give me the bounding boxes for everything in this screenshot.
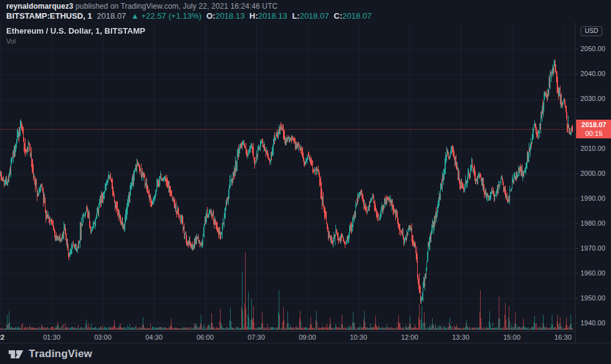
low-label: L: [292, 11, 299, 21]
open-label: O: [206, 11, 215, 21]
price-change: +22.57 (+1.13%) [141, 11, 201, 21]
header: reynaldomarquez3 published on TradingVie… [0, 0, 611, 22]
open-value: 2018.13 [215, 11, 244, 21]
tradingview-logo-icon [8, 347, 24, 362]
price-axis-label: 2040.00 [580, 70, 605, 77]
last-price-tag-value: 2018.07 [576, 120, 611, 129]
footer: TradingView [0, 343, 611, 364]
high-label: H: [249, 11, 258, 21]
price-axis-label: 2010.00 [580, 145, 605, 152]
chart-area: Ethereum / U.S. Dollar, 1, BITSTAMP Vol … [0, 22, 611, 343]
price-axis[interactable]: USD 2018.07 00:15 2050.002040.002030.002… [575, 22, 611, 343]
close-value: 2018.07 [342, 11, 372, 21]
time-axis-label: 10:30 [350, 333, 367, 341]
price-axis-label: 1960.00 [580, 269, 605, 277]
price-axis-label: 1990.00 [580, 194, 605, 202]
currency-badge: USD [580, 26, 602, 36]
published-line: reynaldomarquez3 published on TradingVie… [6, 2, 611, 11]
price-axis-label: 1950.00 [580, 294, 605, 302]
price-axis-label: 1970.00 [580, 244, 605, 252]
price-axis-label: 2000.00 [580, 170, 605, 177]
low-value: 2018.07 [300, 11, 329, 21]
time-axis-label: 15:00 [503, 333, 521, 341]
symbol-ohlc-line: BITSTAMP:ETHUSD, 1 2018.07 ▲ +22.57 (+1.… [6, 11, 611, 21]
price-axis-label: 1940.00 [580, 319, 605, 327]
last-price: 2018.07 [97, 11, 126, 21]
candlestick-chart-canvas[interactable] [0, 22, 575, 331]
tradingview-brand-link[interactable]: TradingView [8, 347, 92, 362]
symbol-name: BITSTAMP:ETHUSD, 1 [6, 11, 92, 21]
time-axis-label: 09:00 [299, 333, 316, 341]
time-axis-label: 03:00 [94, 333, 112, 341]
price-axis-label: 2030.00 [580, 95, 605, 102]
close-label: C: [334, 11, 342, 21]
tradingview-snapshot: reynaldomarquez3 published on TradingVie… [0, 0, 611, 364]
published-text: published on TradingView.com, July 22, 2… [75, 2, 277, 11]
time-axis-label: 04:30 [145, 333, 163, 341]
price-axis-label: 1980.00 [580, 219, 605, 227]
time-axis-label: 13:30 [452, 333, 469, 341]
last-price-tag: 2018.07 00:15 [576, 120, 611, 138]
time-axis-label: 06:00 [196, 333, 214, 341]
up-triangle-icon: ▲ [131, 11, 139, 21]
time-axis-label: 22 [0, 333, 4, 341]
price-axis-label: 2050.00 [580, 45, 605, 52]
bar-countdown: 00:15 [576, 129, 611, 138]
time-axis-label: 16:30 [554, 333, 572, 341]
username: reynaldomarquez3 [6, 2, 74, 11]
time-axis[interactable]: 2201:3003:0004:3006:0007:3009:0010:3012:… [0, 331, 575, 343]
tradingview-wordmark: TradingView [29, 348, 92, 360]
time-axis-label: 12:00 [401, 333, 418, 341]
time-axis-label: 07:30 [248, 333, 265, 341]
high-value: 2018.13 [258, 11, 287, 21]
time-axis-label: 01:30 [43, 333, 60, 341]
